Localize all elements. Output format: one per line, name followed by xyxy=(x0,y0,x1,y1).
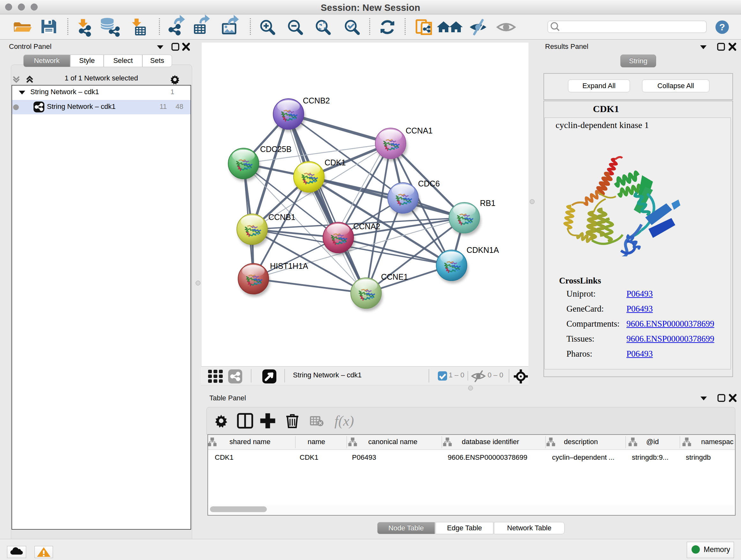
svg-text:CCNB2: CCNB2 xyxy=(303,96,330,105)
svg-text:CCNE1: CCNE1 xyxy=(381,272,408,281)
svg-text:f(x): f(x) xyxy=(334,413,354,429)
svg-text:CDKN1A: CDKN1A xyxy=(467,246,499,254)
svg-text:CCNA2: CCNA2 xyxy=(353,222,381,231)
svg-text:CDC25B: CDC25B xyxy=(260,145,292,153)
svg-text:CDC6: CDC6 xyxy=(418,179,440,188)
svg-text:HIST1H1A: HIST1H1A xyxy=(270,261,308,270)
svg-text:CDK1: CDK1 xyxy=(325,158,346,167)
svg-text:RB1: RB1 xyxy=(480,199,495,207)
svg-text:CCNB1: CCNB1 xyxy=(268,212,295,222)
svg-text:?: ? xyxy=(719,22,725,32)
svg-text:CCNA1: CCNA1 xyxy=(406,126,433,135)
